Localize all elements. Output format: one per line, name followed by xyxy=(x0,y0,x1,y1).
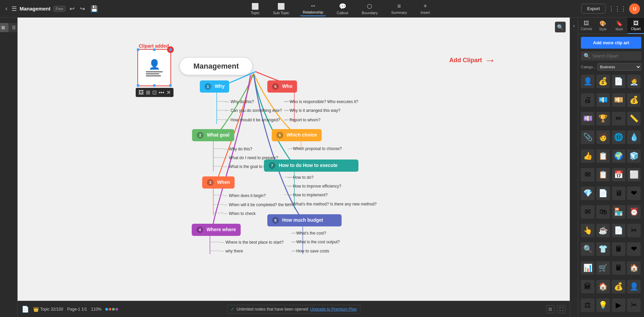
clipart-item-30[interactable]: 🏪 xyxy=(612,205,625,219)
clipart-item-36[interactable]: 🔍 xyxy=(581,242,594,256)
clipart-item-2[interactable]: 📄 xyxy=(612,75,625,88)
node-howmuch[interactable]: 8 How much budget xyxy=(267,214,342,226)
fit-btn[interactable]: ⊡ xyxy=(546,305,554,313)
clipart-item-27[interactable]: ❤ xyxy=(627,187,641,200)
img-adjust-btn[interactable]: ⊡ xyxy=(152,89,157,96)
toolbar-callout[interactable]: 💬 Callout xyxy=(334,1,351,16)
canvas-search-btn[interactable]: 🔍 xyxy=(555,22,566,32)
toolbar-summary[interactable]: ≡ Summary xyxy=(388,1,410,16)
clipart-item-49[interactable]: 💡 xyxy=(596,298,610,312)
clipart-item-6[interactable]: 💴 xyxy=(612,93,625,107)
clipart-item-4[interactable]: 🖨 xyxy=(581,93,594,107)
tab-clipart[interactable]: 🖼 Clipart xyxy=(627,18,644,34)
toolbar-insert[interactable]: + Insert xyxy=(418,1,433,16)
clipart-item-17[interactable]: 📋 xyxy=(596,149,610,163)
node-who[interactable]: 5 Who xyxy=(267,80,297,93)
clipart-item-42[interactable]: 🖩 xyxy=(612,261,625,275)
clipart-item-38[interactable]: 🖩 xyxy=(612,242,625,256)
page-icon[interactable]: 📄 xyxy=(22,306,29,313)
clipart-item-48[interactable]: ⚖ xyxy=(581,298,594,312)
clipart-item-15[interactable]: 💧 xyxy=(627,130,641,144)
img-close-btn[interactable]: ✕ xyxy=(166,89,171,96)
toolbar-relationship[interactable]: ↔ Relationship xyxy=(300,1,326,16)
clipart-item-19[interactable]: 🧊 xyxy=(627,149,641,163)
sub-howmuch-2: What is the cost output? xyxy=(291,240,340,244)
clipart-item-34[interactable]: 📄 xyxy=(612,224,625,237)
clipart-item-9[interactable]: 🏆 xyxy=(596,112,610,125)
clipart-item-47[interactable]: 👤 xyxy=(627,280,641,293)
clipart-item-41[interactable]: 🛒 xyxy=(596,261,610,275)
clipart-item-44[interactable]: 🏛 xyxy=(581,280,594,293)
clipart-item-31[interactable]: ⏰ xyxy=(627,205,641,219)
grid-view-btn[interactable]: ⊞ xyxy=(0,23,8,32)
clipart-item-21[interactable]: 📋 xyxy=(596,168,610,181)
clipart-item-1[interactable]: 💰 xyxy=(596,75,610,88)
clipart-item-37[interactable]: 👕 xyxy=(596,242,610,256)
clipart-item-29[interactable]: 🛍 xyxy=(596,205,610,219)
clipart-item-24[interactable]: 💎 xyxy=(581,187,594,200)
clipart-panel: Add more clip art 🔍 Catego... Business N… xyxy=(578,34,644,317)
clipart-item-43[interactable]: 🏠 xyxy=(627,261,641,275)
clipart-item-20[interactable]: ✉ xyxy=(581,168,594,181)
tab-style[interactable]: 🎨 Style xyxy=(595,18,611,34)
clipart-item-51[interactable]: ✂ xyxy=(627,298,641,312)
clipart-item-46[interactable]: 💰 xyxy=(612,280,625,293)
clipart-item-35[interactable]: ✂ xyxy=(627,224,641,237)
clipart-item-28[interactable]: ✉ xyxy=(581,205,594,219)
tab-canvas[interactable]: 🖼 Canvas xyxy=(578,18,595,34)
node-when[interactable]: 3 When xyxy=(202,176,235,189)
node-howtodo[interactable]: 7 How to do How to execute xyxy=(264,160,358,172)
search-clipart-field[interactable]: 🔍 xyxy=(581,51,641,60)
save-button[interactable]: 💾 xyxy=(89,4,99,14)
export-button[interactable]: Export xyxy=(581,4,606,14)
clipart-item-12[interactable]: 📎 xyxy=(581,130,594,144)
clipart-item-40[interactable]: 📊 xyxy=(581,261,594,275)
back-button[interactable]: ‹ xyxy=(4,4,9,14)
fullscreen-btn[interactable]: ⛶ xyxy=(557,305,566,313)
clipart-item-50[interactable]: ▶ xyxy=(612,298,625,312)
tab-mark[interactable]: 🔖 Mark xyxy=(611,18,628,34)
img-original-btn[interactable]: 🖼 xyxy=(138,90,144,96)
clipart-item-32[interactable]: 👆 xyxy=(581,224,594,237)
upgrade-link[interactable]: Upgrade to Premium Plan xyxy=(310,307,357,312)
clipart-item-23[interactable]: ⬜ xyxy=(627,168,641,181)
redo-button[interactable]: ↪ xyxy=(79,4,86,14)
clipart-item-33[interactable]: ☕ xyxy=(596,224,610,237)
img-crop-btn[interactable]: ⊞ xyxy=(146,89,150,96)
category-select[interactable]: Business Nature People Technology xyxy=(597,63,641,71)
img-more-btn[interactable]: ••• xyxy=(159,90,164,96)
clipart-box[interactable]: ✕ 👤 xyxy=(137,49,171,86)
clipart-item-8[interactable]: 💷 xyxy=(581,112,594,125)
node-wherewhere[interactable]: 4 Where where xyxy=(192,224,241,236)
clipart-item-11[interactable]: 📏 xyxy=(627,112,641,125)
clipart-item-25[interactable]: 📄 xyxy=(596,187,610,200)
toolbar-subtopic[interactable]: ⬜ Sub Topic xyxy=(270,1,292,16)
user-avatar[interactable]: U xyxy=(629,3,640,14)
clipart-item-0[interactable]: 👤 xyxy=(581,75,594,88)
clipart-item-13[interactable]: 🧑 xyxy=(596,130,610,144)
clipart-item-39[interactable]: ❤ xyxy=(627,242,641,256)
toolbar-topic[interactable]: ⬜ Topic xyxy=(248,1,262,16)
toolbar-boundary[interactable]: ⬡ Boundary xyxy=(359,1,380,16)
clipart-item-45[interactable]: 🏠 xyxy=(596,280,610,293)
node-whatgoal[interactable]: 2 What goal xyxy=(192,129,234,141)
menu-icon[interactable]: ☰ xyxy=(11,5,17,13)
grid-icon[interactable]: ⋮⋮⋮ xyxy=(608,5,626,13)
panel-toggle[interactable]: › xyxy=(570,18,578,317)
undo-button[interactable]: ↩ xyxy=(68,4,76,14)
canvas-area[interactable]: Management 1 Why Why do this? Can you do… xyxy=(18,18,570,317)
add-more-clipart-btn[interactable]: Add more clip art xyxy=(581,37,641,49)
clipart-item-16[interactable]: 👍 xyxy=(581,149,594,163)
clipart-item-7[interactable]: 💰 xyxy=(627,93,641,107)
clipart-item-22[interactable]: 📅 xyxy=(612,168,625,181)
center-node[interactable]: Management xyxy=(180,57,252,75)
node-whichchoice[interactable]: 6 Which choice xyxy=(272,129,322,141)
clipart-item-14[interactable]: 🌐 xyxy=(612,130,625,144)
clipart-item-10[interactable]: ✏ xyxy=(612,112,625,125)
clipart-item-3[interactable]: 🧑‍💼 xyxy=(627,75,641,88)
clipart-item-26[interactable]: 🖥 xyxy=(612,187,625,200)
node-why[interactable]: 1 Why xyxy=(200,80,229,93)
clipart-item-18[interactable]: 🌍 xyxy=(612,149,625,163)
search-clipart-input[interactable] xyxy=(592,54,643,58)
clipart-item-5[interactable]: 💶 xyxy=(596,93,610,107)
